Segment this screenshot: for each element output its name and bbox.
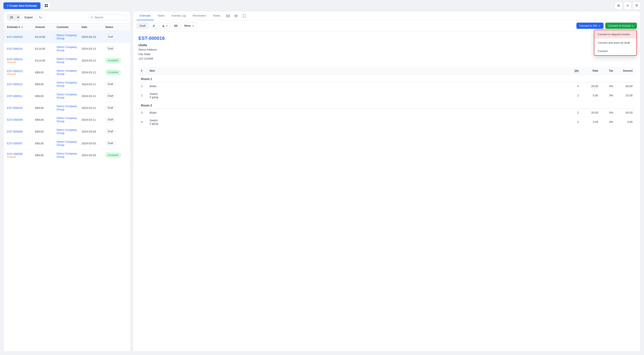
customer-cell[interactable]: Demo Company Group <box>56 93 82 99</box>
svg-rect-1 <box>46 4 48 5</box>
invoiced-label: Invoiced <box>7 61 35 63</box>
customer-cell[interactable]: Demo Company Group <box>56 140 82 146</box>
convert-invoice-button[interactable]: Convert to Invoice <box>605 22 637 29</box>
amount-cell: €89,00 <box>35 142 56 145</box>
right-toolbar: Draft <box>133 20 640 31</box>
estimate-id-cell: EST-000013 Invoiced <box>7 69 35 75</box>
estimate-link[interactable]: EST-000009 <box>7 118 22 121</box>
table-row[interactable]: EST-000012 €89,00 Demo Company Group 202… <box>4 78 130 90</box>
per-page-select[interactable]: 25 50 100 <box>7 14 20 20</box>
estimate-link[interactable]: EST-000014 <box>7 58 22 61</box>
estimate-id-cell: EST-000006 Invoiced <box>7 152 35 158</box>
customer-cell[interactable]: Demo Company Group <box>56 81 82 87</box>
estimate-link[interactable]: EST-000008 <box>7 130 22 133</box>
status-cell: Draft <box>105 46 127 51</box>
dropdown-item-save-draft[interactable]: Convert and save as draft <box>594 38 636 47</box>
invoice-chevron-icon <box>632 25 634 27</box>
amount-cell: €89,00 <box>35 106 56 109</box>
export-button[interactable]: Export <box>22 14 36 20</box>
item-rate: 5,00 <box>581 90 601 101</box>
estimate-header-row: EST-000016 Ulutfa Demo Address City Stat… <box>138 35 635 65</box>
email-tab-icon[interactable] <box>224 12 232 20</box>
top-bar-right <box>615 2 640 9</box>
download-button[interactable] <box>160 23 170 29</box>
columns-button[interactable] <box>615 2 622 9</box>
table-row[interactable]: EST-000015 €114,00 Demo Company Group 20… <box>4 43 130 55</box>
items-table-header-row: # Item Qty Rate Tax Amount <box>138 67 635 75</box>
tab-activity-log[interactable]: Activity Log <box>168 11 189 20</box>
dn-chevron-icon <box>598 25 600 27</box>
table-row[interactable]: EST-000008 €89,00 Demo Company Group 202… <box>4 126 130 137</box>
tab-estimate[interactable]: Estimate <box>137 11 154 20</box>
sort-icon <box>626 4 629 7</box>
svg-rect-0 <box>45 4 46 5</box>
item-row: 1 Bulbs 3 20,00 0% 60,00 <box>138 82 635 90</box>
right-panel: Estimate Tasks Activity Log Reminders No… <box>133 11 640 352</box>
amount-cell: €89,00 <box>35 83 56 86</box>
table-row[interactable]: EST-000011 €89,00 Demo Company Group 202… <box>4 90 130 102</box>
item-rate: 2,00 <box>581 116 601 127</box>
tab-notes[interactable]: Notes <box>210 11 224 20</box>
estimate-link[interactable]: EST-000006 <box>7 152 22 156</box>
customer-cell[interactable]: Demo Company Group <box>56 105 82 111</box>
amount-cell: €114,00 <box>35 35 56 38</box>
more-button[interactable]: More <box>182 22 197 29</box>
tab-reminders[interactable]: Reminders <box>190 11 209 20</box>
customer-cell[interactable]: Demo Company Group <box>56 69 82 75</box>
date-cell: 2024-03-03 <box>82 154 105 157</box>
status-cell: Draft <box>105 117 127 122</box>
table-row[interactable]: EST-000013 Invoiced €89,00 Demo Company … <box>4 66 130 78</box>
grid-view-button[interactable] <box>42 2 50 9</box>
sort-button[interactable] <box>624 2 632 9</box>
customer-cell[interactable]: Demo Company Group <box>56 33 82 40</box>
filter-button[interactable] <box>633 2 640 9</box>
search-input[interactable] <box>94 16 124 19</box>
estimate-link[interactable]: EST-000010 <box>7 106 22 109</box>
tab-tasks[interactable]: Tasks <box>154 11 168 20</box>
dropdown-item-convert[interactable]: Convert <box>594 47 636 55</box>
estimate-link[interactable]: EST-000011 <box>7 94 22 98</box>
dropdown-item-deposit[interactable]: Convert to deposit invoice <box>594 30 636 38</box>
table-row[interactable]: EST-000006 Invoiced €89,00 Demo Company … <box>4 149 130 161</box>
customer-cell[interactable]: Demo Company Group <box>56 116 82 123</box>
estimate-link[interactable]: EST-000015 <box>7 47 22 50</box>
status-tag: Draft <box>137 23 148 29</box>
refresh-button[interactable] <box>37 14 44 21</box>
fullscreen-tab-icon[interactable] <box>241 12 248 20</box>
search-icon <box>90 16 93 19</box>
customer-cell[interactable]: Demo Company Group <box>56 152 82 158</box>
table-row[interactable]: EST-000010 €89,00 Demo Company Group 202… <box>4 102 130 114</box>
estimate-link[interactable]: EST-000013 <box>7 69 22 73</box>
pencil-icon <box>152 24 156 27</box>
convert-dn-button[interactable]: Convert to DN <box>576 22 604 29</box>
table-row[interactable]: EST-000007 €89,00 Demo Company Group 202… <box>4 137 130 149</box>
customer-cell[interactable]: Demo Company Group <box>56 45 82 52</box>
table-row[interactable]: EST-000009 €89,00 Demo Company Group 202… <box>4 114 130 126</box>
estimate-id-cell: EST-000012 <box>7 83 35 86</box>
estimate-link[interactable]: EST-000016 <box>7 35 22 38</box>
item-name: Switch2 gang <box>147 116 566 127</box>
estimate-id-cell: EST-000011 <box>7 94 35 98</box>
item-name: Bulbs <box>147 82 566 90</box>
status-badge: Draft <box>105 34 116 39</box>
email-button[interactable] <box>172 23 180 29</box>
col-estimate-num[interactable]: Estimate # <box>7 25 35 29</box>
edit-button[interactable] <box>150 23 158 29</box>
item-tax: 0% <box>601 116 616 127</box>
customer-cell[interactable]: Demo Company Group <box>56 128 82 135</box>
status-cell: Draft <box>105 105 127 110</box>
create-estimate-button[interactable]: + Create New Estimate <box>4 2 40 9</box>
eye-tab-icon[interactable] <box>232 12 240 20</box>
item-qty: 2 <box>566 90 581 101</box>
estimate-link[interactable]: EST-000012 <box>7 83 22 86</box>
date-cell: 2024-03-13 <box>82 35 105 38</box>
customer-cell[interactable]: Demo Company Group <box>56 57 82 64</box>
item-amount: 60,00 <box>616 82 635 90</box>
chevron-down-icon <box>166 25 168 27</box>
estimate-id-cell: EST-000010 <box>7 106 35 109</box>
table-row[interactable]: EST-000016 €114,00 Demo Company Group 20… <box>4 31 130 43</box>
estimate-link[interactable]: EST-000007 <box>7 142 22 145</box>
item-qty: 2 <box>566 116 581 127</box>
table-row[interactable]: EST-000014 Invoiced €114,00 Demo Company… <box>4 55 130 66</box>
amount-cell: €89,00 <box>35 71 56 74</box>
